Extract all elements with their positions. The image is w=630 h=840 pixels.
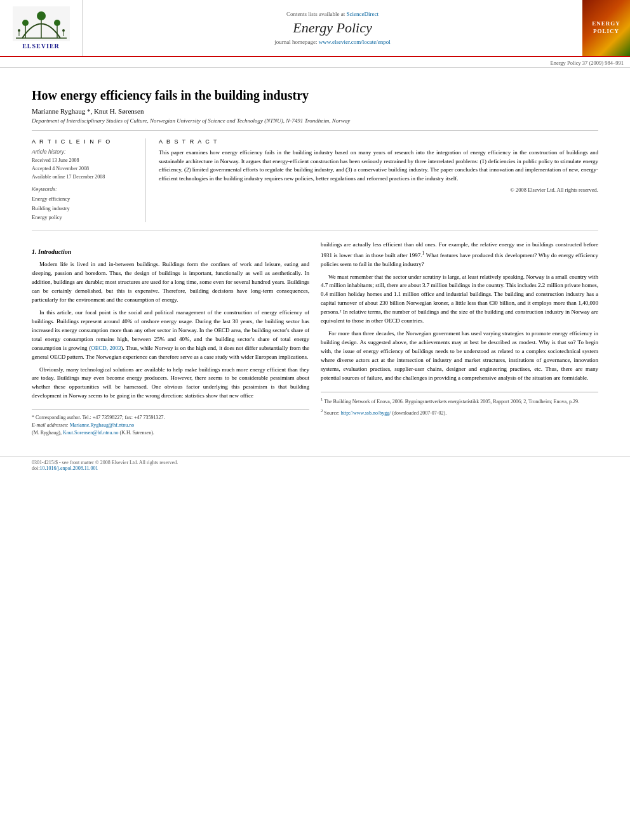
doi-link[interactable]: 10.1016/j.enpol.2008.11.001 [39, 465, 98, 471]
journal-homepage: journal homepage: www.elsevier.com/locat… [274, 39, 390, 45]
accepted-date: Accepted 4 November 2008 [32, 165, 137, 173]
energy-policy-badge: ENERGY POLICY [582, 0, 630, 56]
abstract-copyright: © 2008 Elsevier Ltd. All rights reserved… [159, 187, 598, 193]
body-columns: 1. Introduction Modern life is lived in … [32, 241, 598, 437]
abstract-text: This paper examines how energy efficienc… [159, 149, 598, 183]
svg-point-6 [54, 20, 60, 26]
svg-point-2 [22, 20, 29, 26]
body-para-3: Obviously, many technological solutions … [32, 366, 309, 401]
footnote-col-left: * Corresponding author. Tel.: +47 735982… [32, 410, 309, 437]
email-link-1[interactable]: Marianne.Ryghaug@hf.ntnu.no [70, 422, 134, 428]
abstract-title: A B S T R A C T [159, 138, 598, 145]
body-para-1: Modern life is lived in and in-between b… [32, 260, 309, 305]
elsevier-logo: ELSEVIER [13, 6, 70, 50]
svg-point-4 [37, 11, 46, 20]
body-column-left: 1. Introduction Modern life is lived in … [32, 241, 309, 437]
paper-affiliation: Department of Interdisciplinary Studies … [32, 117, 598, 131]
received-date: Received 13 June 2008 [32, 157, 137, 165]
doi-area: 0301-4215/$ - see front matter © 2008 El… [0, 456, 630, 471]
paper-authors: Marianne Ryghaug *, Knut H. Sørensen [32, 107, 598, 115]
abstract-section: A B S T R A C T This paper examines how … [159, 138, 598, 222]
article-info-title: A R T I C L E I N F O [32, 138, 137, 145]
elsevier-label: ELSEVIER [22, 43, 60, 50]
footnote-col-right: 1 The Building Network of Enova, 2006. B… [321, 392, 598, 417]
svg-point-8 [18, 29, 20, 32]
article-dates: Received 13 June 2008 Accepted 4 Novembe… [32, 157, 137, 181]
available-date: Available online 17 December 2008 [32, 173, 137, 182]
keyword-3: Energy policy [32, 213, 137, 222]
email-link-2[interactable]: Knut.Sorensen@hf.ntnu.no [63, 430, 119, 436]
sciencedirect-line: Contents lists available at ScienceDirec… [286, 11, 379, 17]
keywords-list: Energy efficiency Building industry Ener… [32, 194, 137, 222]
info-abstract-row: A R T I C L E I N F O Article history: R… [32, 138, 598, 230]
journal-header: ELSEVIER Contents lists available at Sci… [0, 0, 630, 57]
paper-title: How energy efficiency fails in the build… [32, 87, 598, 103]
intro-heading: 1. Introduction [32, 247, 309, 257]
journal-center-header: Contents lists available at ScienceDirec… [83, 0, 582, 56]
journal-title: Energy Policy [293, 20, 372, 36]
footnote-area-right: 1 The Building Network of Enova, 2006. B… [321, 392, 598, 417]
svg-point-10 [62, 29, 65, 32]
footnote-star: * Corresponding author. Tel.: +47 735982… [32, 414, 309, 437]
ssb-link[interactable]: http://www.ssb.no/bygg/ [341, 410, 391, 416]
doi-line-1: 0301-4215/$ - see front matter © 2008 El… [32, 460, 598, 465]
paper-content: How energy efficiency fails in the build… [0, 68, 630, 450]
footnote-area-left: * Corresponding author. Tel.: +47 735982… [32, 410, 309, 437]
keyword-2: Building industry [32, 204, 137, 213]
article-history-label: Article history: [32, 149, 137, 155]
footnote-1: 1 The Building Network of Enova, 2006. B… [321, 396, 598, 406]
elsevier-tree-icon [13, 6, 70, 41]
footnote-2: 2 Source: http://www.ssb.no/bygg/ (downl… [321, 408, 598, 417]
body-para-r1: buildings are actually less efficient th… [321, 241, 598, 269]
citation-line: Energy Policy 37 (2009) 984–991 [0, 57, 630, 68]
journal-homepage-link[interactable]: www.elsevier.com/locate/enpol [319, 39, 391, 45]
article-info: A R T I C L E I N F O Article history: R… [32, 138, 146, 222]
keyword-1: Energy efficiency [32, 194, 137, 203]
sciencedirect-link[interactable]: ScienceDirect [347, 11, 379, 17]
keywords-label: Keywords: [32, 186, 137, 192]
body-column-right: buildings are actually less efficient th… [321, 241, 598, 437]
body-para-r3: For more than three decades, the Norwegi… [321, 330, 598, 383]
body-para-r2: We must remember that the sector under s… [321, 273, 598, 326]
elsevier-logo-box: ELSEVIER [0, 0, 83, 56]
oecd-link[interactable]: OECD, 2003 [91, 345, 121, 351]
body-para-2: In this article, our focal point is the … [32, 309, 309, 362]
doi-line-2: doi:10.1016/j.enpol.2008.11.001 [32, 465, 598, 471]
